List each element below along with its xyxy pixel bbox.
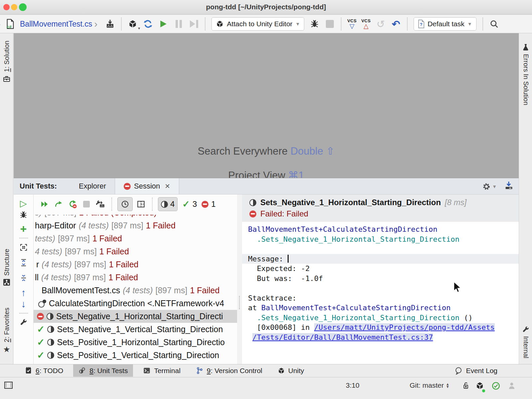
editor-area[interactable]: Search Everywhere Double ⇧ Project View … (14, 33, 519, 178)
unit-tests-icon (78, 367, 86, 374)
test-tree-row[interactable]: ll(4 tests)[897 ms]1 Failed (34, 271, 237, 284)
test-node-meta: (4 tests) (42, 260, 71, 269)
search-icon[interactable] (488, 18, 500, 30)
show-time-toggle[interactable] (117, 197, 133, 211)
tab-session[interactable]: Session ✕ (115, 178, 179, 194)
test-node-failed: 1 Failed (108, 273, 138, 282)
output-line: /Tests/Editor/Ball/BallMovementTest.cs:3… (242, 332, 519, 342)
unit-tests-label: 8: Unit Tests (89, 367, 128, 375)
test-tree-row[interactable]: s)[897 ms]1 Failed (Completed) (34, 215, 237, 219)
rerun-icon[interactable] (53, 199, 64, 210)
unit-tests-tabbar: Unit Tests: Explorer Session ✕ ▼ (14, 178, 519, 195)
test-tree-row[interactable]: harp-Editor(4 tests)[897 ms]1 Failed (34, 219, 237, 232)
test-tree-row[interactable]: ✓Sets_Positive_1_Horizontal_Starting_Dir… (34, 336, 237, 349)
stop-icon (324, 18, 336, 30)
test-node-time: [897 ms] (65, 247, 97, 256)
status-bar: 3:10 Git: master ▲▼ (0, 377, 532, 399)
unity-icon[interactable] (127, 18, 139, 30)
wrench-icon[interactable] (18, 317, 29, 328)
star-icon: ★ (3, 345, 10, 354)
caret-position[interactable]: 3:10 (346, 381, 359, 389)
toolwindow-button-internal[interactable]: Internal (519, 326, 532, 358)
panel-splitter[interactable] (237, 195, 242, 364)
debug-icon[interactable] (309, 18, 321, 30)
test-output[interactable]: BallMovementTest+CalculateStartingDirect… (242, 222, 519, 342)
expand-all-icon[interactable] (18, 257, 29, 268)
toolwindow-button-todo[interactable]: 6: TODO (19, 364, 68, 377)
close-icon[interactable]: ✕ (165, 182, 170, 190)
collapse-all-icon[interactable] (18, 272, 29, 284)
vcs-commit-icon[interactable]: VCS △ (361, 19, 371, 29)
refresh-icon[interactable] (142, 18, 154, 30)
git-branch-widget[interactable]: Git: master ▲▼ (410, 381, 450, 389)
stacktrace-link[interactable]: /Tests/Editor/Ball/BallMovementTest.cs:3… (252, 333, 433, 341)
editor-shortcut-hints: Search Everywhere Double ⇧ Project View … (14, 145, 519, 178)
inspections-status-icon[interactable] (491, 381, 500, 390)
result-icon (161, 201, 168, 208)
result-icon (47, 326, 54, 333)
run-icon[interactable] (157, 18, 169, 30)
toolwindow-button-unity[interactable]: Unity (272, 364, 310, 377)
wrench-icon (522, 326, 530, 333)
panel-title: Unit Tests: (20, 182, 57, 191)
search-everywhere-hint: Search Everywhere (198, 145, 291, 157)
failed-icon (201, 201, 208, 208)
namespace-icon (38, 300, 46, 308)
rerun-failed-icon[interactable] (67, 199, 78, 210)
toolwindow-button-solution[interactable]: 1: Solution (0, 41, 13, 83)
run-configuration-button[interactable]: ? Default task ▼ (414, 17, 476, 31)
test-tree-row[interactable]: ✓Sets_Negative_1_Vertical_Starting_Direc… (34, 323, 237, 336)
output-text: Stacktrace: (248, 294, 297, 302)
passed-counter[interactable]: ✓ 3 (182, 199, 197, 209)
import-icon[interactable] (104, 18, 116, 30)
test-tree-row[interactable]: ✓Sets_Positive_1_Vertical_Starting_Direc… (34, 349, 237, 362)
test-details-header: Sets_Negative_1_Horizontal_Starting_Dire… (242, 195, 519, 222)
undo-icon[interactable]: ↶ (390, 18, 402, 30)
run-all-icon[interactable] (39, 199, 50, 210)
settings-gear-icon[interactable]: ▼ (482, 182, 497, 191)
test-tree-row[interactable]: BallMovementTest.cs(4 tests)[897 ms]1 Fa… (34, 284, 237, 297)
test-details-pane: Sets_Negative_1_Horizontal_Starting_Dire… (242, 195, 519, 364)
split-view-icon[interactable] (135, 199, 147, 210)
test-node-meta: (4 tests) (41, 273, 71, 282)
failed-counter[interactable]: 1 (201, 200, 215, 209)
output-text (248, 333, 252, 341)
output-line: at BallMovementTest+CalculateStartingDir… (242, 303, 519, 313)
attach-to-unity-button[interactable]: Attach to Unity Editor ▼ (211, 17, 304, 31)
grouping-icon[interactable] (18, 242, 29, 253)
debug-test-icon[interactable] (18, 209, 29, 220)
output-text: [0x00068] in (248, 323, 314, 332)
next-failed-icon[interactable]: ↓ (18, 298, 29, 310)
add-icon[interactable]: + (18, 223, 29, 234)
toolwindow-button-terminal[interactable]: Terminal (138, 364, 186, 377)
search-everywhere-shortcut: Double ⇧ (291, 145, 335, 157)
breadcrumb-file[interactable]: BallMovementTest.cs (20, 20, 92, 29)
hide-toolwindows-icon[interactable] (4, 381, 13, 389)
toolwindow-button-unit-tests[interactable]: 8: Unit Tests (73, 364, 133, 377)
toolbar-separator (482, 18, 483, 30)
test-tree-row[interactable]: Sets_Negative_1_Horizontal_Starting_Dire… (34, 310, 237, 323)
test-options-icon[interactable] (95, 199, 106, 210)
stacktrace-link[interactable]: /Users/matt/UnityProjects/pong-tdd/Asset… (314, 323, 495, 332)
lock-icon[interactable] (462, 381, 470, 390)
event-log-icon (455, 367, 463, 375)
toolwindow-button-errors[interactable]: Errors In Solution (519, 43, 532, 105)
toolwindow-button-favorites[interactable]: 2: Favorites ★ (0, 308, 13, 354)
test-tree-row[interactable]: CalculateStartingDirection <.NETFramewor… (34, 297, 237, 310)
toolwindow-button-version-control[interactable]: 9: Version Control (191, 364, 268, 377)
toolwindow-button-structure[interactable]: Structure (0, 249, 13, 286)
toolbar-separator (205, 18, 205, 30)
rollback-icon: ↺ (375, 18, 387, 30)
previous-failed-icon[interactable]: ↑ (18, 287, 29, 298)
test-tree-row[interactable]: r(4 tests)[897 ms]1 Failed (34, 258, 237, 271)
favorites-label: 2: Favorites (3, 308, 11, 342)
tab-explorer[interactable]: Explorer (70, 178, 115, 194)
vcs-update-icon[interactable]: VCS ▽ (347, 19, 356, 29)
hide-panel-icon[interactable] (504, 181, 513, 192)
unity-status-icon[interactable] (475, 381, 484, 392)
toolwindow-button-event-log[interactable]: Event Log (449, 364, 503, 377)
test-tree-row[interactable]: tests)[897 ms]1 Failed (34, 232, 237, 245)
test-tree-row[interactable]: 4 tests)[897 ms]1 Failed (34, 245, 237, 258)
total-tests-toggle[interactable]: 4 (158, 197, 178, 211)
run-test-icon[interactable]: ▷ (18, 198, 29, 209)
